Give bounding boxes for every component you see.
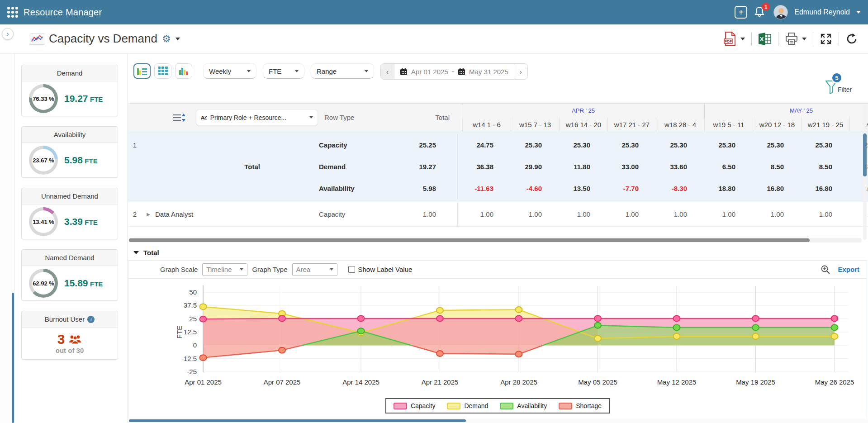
burnout-count: 3 bbox=[57, 333, 65, 346]
grid-view-icon bbox=[158, 67, 168, 76]
info-icon[interactable]: i bbox=[87, 316, 95, 323]
capacity-demand-chart: 5037.52512.50-12.5-25Apr 01 2025Apr 07 2… bbox=[128, 279, 866, 392]
graph-section-title: Total bbox=[143, 249, 159, 257]
settings-caret-icon[interactable] bbox=[175, 38, 180, 40]
bar-chart-view-icon bbox=[179, 67, 189, 76]
export-pdf-button[interactable]: PDF bbox=[723, 31, 745, 47]
start-date[interactable]: Apr 01 2025 bbox=[411, 68, 448, 76]
cell-value: 36.38 bbox=[458, 163, 506, 171]
export-link[interactable]: Export bbox=[838, 266, 859, 273]
app-title: Resource Manager bbox=[24, 7, 102, 18]
week-column-header: w17 21 - 27 bbox=[607, 117, 656, 131]
svg-text:PDF: PDF bbox=[725, 39, 732, 43]
week-column-header: w18 28 - 4 bbox=[656, 117, 704, 131]
legend-item-shortage: Shortage bbox=[559, 402, 602, 409]
cell-value: 25.30 bbox=[506, 141, 555, 149]
export-excel-button[interactable]: X bbox=[758, 33, 772, 45]
total-column-header: Total bbox=[435, 114, 450, 121]
graph-scale-label: Graph Scale bbox=[160, 266, 198, 273]
notification-badge: 1 bbox=[762, 3, 770, 11]
view-toggle-combined[interactable] bbox=[133, 63, 151, 79]
printer-icon bbox=[785, 33, 798, 45]
people-icon bbox=[68, 334, 82, 344]
sidebar-expand-button[interactable]: › bbox=[2, 28, 14, 40]
metric-total: 1.00 bbox=[398, 210, 449, 218]
metric-total: 25.25 bbox=[398, 141, 449, 149]
stat-card-title: Demand bbox=[22, 65, 118, 81]
refresh-icon bbox=[845, 33, 858, 45]
row-index: 2 bbox=[128, 210, 142, 218]
table-body: 1TotalCapacity25.2524.7525.3025.3025.302… bbox=[128, 131, 868, 234]
table-header: A̲Z Primary Role + Resource... Row Type … bbox=[128, 103, 868, 131]
legend-swatch bbox=[500, 403, 513, 409]
end-date[interactable]: May 31 2025 bbox=[469, 68, 508, 76]
add-button[interactable]: + bbox=[735, 6, 747, 19]
main-panel: Weekly FTE Range ‹ Apr 01 20 bbox=[128, 54, 868, 423]
svg-text:50: 50 bbox=[189, 288, 197, 296]
graph-scale-select[interactable]: Timeline bbox=[202, 263, 247, 276]
burnout-caption: out of 30 bbox=[56, 347, 84, 354]
cell-value: 8.50 bbox=[748, 163, 797, 171]
metric-total: 5.98 bbox=[398, 185, 449, 192]
metric-select[interactable]: FTE bbox=[263, 63, 304, 79]
filter-button[interactable]: 5 Filter bbox=[825, 74, 862, 100]
prev-period-button[interactable]: ‹ bbox=[381, 63, 394, 80]
collapse-graph-icon[interactable] bbox=[133, 251, 139, 254]
graph-type-select[interactable]: Area bbox=[292, 263, 337, 276]
cell-value: 1.00 bbox=[458, 210, 506, 218]
metric-total: 19.27 bbox=[398, 163, 449, 171]
table-hscroll-thumb[interactable] bbox=[129, 238, 810, 242]
graph-type-value: Area bbox=[296, 266, 311, 273]
cell-value: -4.60 bbox=[506, 185, 555, 192]
stat-card-demand: Demand76.33 %19.27 FTE bbox=[21, 65, 118, 116]
user-name[interactable]: Edmund Reynold bbox=[794, 8, 850, 16]
legend-label: Availability bbox=[517, 402, 547, 409]
rail-scrollbar-thumb[interactable] bbox=[12, 293, 14, 423]
zoom-in-icon[interactable] bbox=[821, 265, 830, 275]
app-grid-icon[interactable] bbox=[7, 7, 18, 18]
notifications-bell[interactable]: 1 bbox=[754, 5, 767, 19]
avatar-photo bbox=[774, 5, 788, 19]
cell-value: 11.80 bbox=[555, 163, 603, 171]
stat-card-unnamed-demand: Unnamed Demand13.41 %3.39 FTE bbox=[21, 188, 118, 239]
cell-value: 25.30 bbox=[748, 141, 797, 149]
donut-chart: 23.67 % bbox=[29, 146, 58, 175]
stat-value: 3.39 bbox=[64, 216, 83, 227]
avatar[interactable] bbox=[773, 5, 788, 19]
cell-value: -7.70 bbox=[603, 185, 651, 192]
page-hscroll-thumb[interactable] bbox=[129, 419, 466, 422]
svg-text:Apr 28 2025: Apr 28 2025 bbox=[500, 378, 537, 386]
row-name: Total bbox=[155, 163, 319, 171]
fullscreen-button[interactable] bbox=[820, 33, 832, 45]
sort-menu-icon[interactable] bbox=[173, 113, 186, 122]
group-by-select[interactable]: A̲Z Primary Role + Resource... bbox=[196, 109, 318, 126]
svg-text:Apr 07 2025: Apr 07 2025 bbox=[264, 378, 301, 386]
week-column-header: w19 5 - 11 bbox=[704, 117, 753, 131]
cell-value: 1.00 bbox=[700, 210, 748, 218]
show-label-value-checkbox[interactable] bbox=[348, 266, 355, 273]
stat-value: 19.27 bbox=[64, 93, 88, 104]
table-vscroll-thumb[interactable] bbox=[863, 133, 867, 176]
stat-card-title: Unnamed Demand bbox=[22, 188, 118, 204]
refresh-button[interactable] bbox=[845, 33, 858, 45]
row-expander[interactable]: ▶ bbox=[142, 212, 155, 217]
stat-card-named-demand: Named Demand62.92 %15.89 FTE bbox=[21, 249, 118, 301]
view-toggle-grid[interactable] bbox=[154, 63, 171, 79]
cell-value: 1.00 bbox=[797, 210, 845, 218]
date-range-picker: ‹ Apr 01 2025 - bbox=[380, 63, 528, 80]
print-button[interactable] bbox=[785, 33, 806, 45]
cell-value: 33.60 bbox=[651, 163, 700, 171]
next-period-button[interactable]: › bbox=[514, 63, 527, 80]
view-toggle-chart[interactable] bbox=[175, 63, 192, 79]
table-row: 1TotalCapacity25.2524.7525.3025.3025.302… bbox=[128, 131, 868, 202]
svg-text:-12.5: -12.5 bbox=[181, 355, 197, 362]
range-mode-select[interactable]: Range bbox=[311, 63, 374, 79]
stat-unit: FTE bbox=[90, 95, 103, 103]
settings-gear-icon[interactable]: ⚙ bbox=[162, 34, 171, 44]
user-menu-chevron-icon[interactable] bbox=[856, 11, 861, 14]
month-group-header: APR ' 25 bbox=[462, 104, 704, 117]
group-by-value: Primary Role + Resource... bbox=[210, 114, 306, 121]
chart-legend: CapacityDemandAvailabilityShortage bbox=[385, 398, 610, 413]
donut-percent: 23.67 % bbox=[29, 146, 58, 175]
period-select[interactable]: Weekly bbox=[203, 63, 256, 79]
